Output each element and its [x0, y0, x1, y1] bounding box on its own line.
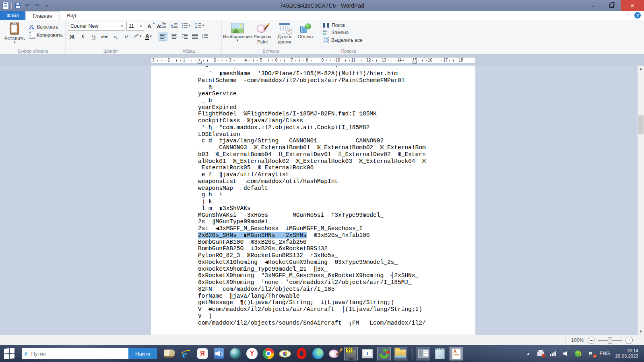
- document-line[interactable]: 6xRocketX9homing_Type99model_2s ‖3x_: [198, 266, 426, 273]
- document-line[interactable]: V ): [198, 313, 426, 320]
- select-all-button[interactable]: Выделить все: [323, 37, 363, 43]
- antivirus-icon[interactable]: [574, 350, 582, 357]
- document-line[interactable]: BombGunFAB250 ⊥3xB20s_6xRocketBRS132: [198, 245, 426, 252]
- taskbar-paint-icon[interactable]: [328, 347, 341, 360]
- taskbar-chrome-icon[interactable]: [262, 347, 275, 360]
- line-spacing-button[interactable]: ▼: [195, 22, 205, 30]
- insert-object-button[interactable]: Объект: [295, 23, 316, 39]
- cut-button[interactable]: Вырезать: [29, 24, 63, 30]
- document-line[interactable]: yearService: [198, 90, 426, 97]
- scrollbar-thumb[interactable]: [638, 115, 644, 134]
- align-right-button[interactable]: [180, 32, 188, 40]
- document-line[interactable]: PaintScheme -com/maddox/il2/objects/air/…: [198, 77, 426, 84]
- document-line[interactable]: 6xRocketX9homing "3xMGFF_M_Geschoss_6xRo…: [198, 272, 426, 279]
- font-family-combo[interactable]: Courier New ▼: [68, 22, 125, 31]
- align-center-button[interactable]: [170, 32, 178, 40]
- find-button[interactable]: Поиск: [323, 23, 363, 28]
- taskbar-dictionary-book-icon[interactable]: [163, 347, 176, 360]
- font-color-button[interactable]: A▼: [145, 33, 153, 41]
- document-line[interactable]: weaponsMap default: [198, 185, 426, 192]
- left-indent-marker[interactable]: [198, 61, 201, 63]
- tray-expand-icon[interactable]: ▲: [524, 350, 532, 357]
- document-page[interactable]: - ` . _ ¯ · _ ` ▮meshName '3DO/Plane/I-1…: [151, 66, 475, 335]
- document-line[interactable]: c d †java/lang/String _CANNON01 _CANNON0…: [198, 138, 426, 144]
- help-icon[interactable]: ?: [634, 12, 641, 19]
- list-button[interactable]: ▼: [182, 22, 191, 30]
- search-submit-button[interactable]: Найти: [128, 348, 157, 359]
- document-line[interactable]: weaponsList →com/maddox/util/HashMapInt: [198, 178, 426, 185]
- taskbar-internet-explorer-icon[interactable]: e: [179, 347, 193, 360]
- document-line[interactable]: j k: [198, 198, 426, 205]
- taskbar-caterpillar-app-icon[interactable]: [377, 347, 391, 360]
- italic-button[interactable]: К: [79, 33, 87, 41]
- document-line[interactable]: g h i: [198, 191, 426, 198]
- taskbar-teal-app-icon[interactable]: [229, 347, 242, 360]
- taskbar-screen-99-icon[interactable]: 99: [344, 347, 358, 360]
- zoom-out-button[interactable]: –: [588, 337, 595, 344]
- align-left-button[interactable]: [159, 32, 167, 41]
- tab-file[interactable]: Файл: [0, 11, 25, 20]
- replace-button[interactable]: abac Замена: [323, 30, 363, 35]
- taskbar-notepad-icon[interactable]: [433, 347, 447, 360]
- zoom-in-button[interactable]: +: [625, 337, 633, 344]
- paste-button[interactable]: Вставить ▼: [3, 23, 26, 44]
- document-line[interactable]: _ ` ▮meshName '3DO/Plane/I-185(M-82A)(Mu…: [198, 70, 426, 77]
- taskbar-edge-icon[interactable]: [311, 347, 325, 360]
- restore-button[interactable]: [602, 0, 621, 11]
- close-button[interactable]: ✕: [621, 0, 644, 11]
- document-line[interactable]: FlightModel %FlightModels/I-185MJ-82FN.f…: [198, 111, 426, 117]
- minimize-button[interactable]: –: [584, 0, 602, 11]
- first-line-indent-marker[interactable]: [198, 57, 202, 60]
- document-line[interactable]: ' ђ *com.maddox.il2.objects.air.CockpitI…: [198, 124, 426, 131]
- action-center-flag-icon[interactable]: ⚑: [587, 350, 594, 357]
- right-indent-marker[interactable]: [413, 61, 416, 63]
- network-signal-icon[interactable]: [549, 350, 557, 357]
- document-line[interactable]: yearExpired: [198, 104, 426, 111]
- taskbar-yandex-search-icon[interactable]: Я: [196, 347, 209, 360]
- collapse-ribbon-icon[interactable]: ⌃: [626, 13, 630, 18]
- superscript-button[interactable]: x²: [122, 33, 130, 41]
- document-line[interactable]: cockpitClass Жjava/lang/Class: [198, 117, 426, 124]
- start-button[interactable]: [0, 345, 19, 362]
- font-size-combo[interactable]: 11 ▼: [126, 22, 144, 31]
- taskbar-search-input[interactable]: e Путин: [22, 348, 128, 359]
- copy-button[interactable]: Копировать: [29, 32, 63, 39]
- scroll-up-icon[interactable]: ▲: [638, 66, 644, 72]
- document-line[interactable]: 2s ‖MGunType99model_: [198, 218, 426, 225]
- document-line[interactable]: - ` . _ ¯ ·: [198, 66, 426, 70]
- document-line[interactable]: 2xB20s_SHNs ▮MGunSHNs -2xSHNs Ж3xB20s_4x…: [198, 232, 426, 239]
- bold-button[interactable]: Ж: [68, 33, 76, 41]
- taskbar-eye-app-icon[interactable]: [278, 347, 292, 360]
- printer-status-icon[interactable]: [537, 350, 544, 357]
- document-line[interactable]: V #com/maddox/il2/objects/air/Aircraft ┤…: [198, 306, 426, 313]
- document-line[interactable]: _CANNON03 Ж_ExternalBomb01 Ж_ExternalBom…: [198, 144, 426, 151]
- grow-font-button[interactable]: A▲: [145, 22, 153, 30]
- document-line[interactable]: l m ▮3xShVAKs: [198, 205, 426, 212]
- document-text[interactable]: - ` . _ ¯ · _ ` ▮meshName '3DO/Plane/I-1…: [198, 66, 426, 326]
- strikethrough-button[interactable]: abe: [101, 33, 109, 41]
- taskbar-window-preview-icon[interactable]: [417, 347, 430, 360]
- document-line[interactable]: b03 Ж_ExternalBomb04 ﬂ_ExternalDev01 ﬂ_E…: [198, 151, 426, 158]
- taskbar-wordpad-icon[interactable]: A: [450, 347, 463, 360]
- document-line[interactable]: 6xRocketX10homing ◀RocketGunX9homing 03x…: [198, 259, 426, 266]
- zoom-slider-thumb[interactable]: [608, 337, 612, 344]
- taskbar-perfmon-icon[interactable]: [361, 347, 374, 360]
- scroll-down-icon[interactable]: ▼: [638, 328, 644, 335]
- tab-view[interactable]: Вид: [60, 11, 83, 20]
- document-line[interactable]: BombGunFAB100 Ж3xB20s_2xfab250: [198, 239, 426, 246]
- taskbar-file-explorer-icon[interactable]: [394, 347, 407, 360]
- tray-volume-icon[interactable]: [562, 350, 569, 357]
- document-line[interactable]: e f ‖java/util/ArrayList: [198, 171, 426, 178]
- vertical-scrollbar[interactable]: ▲ ▼: [638, 66, 644, 335]
- taskbar-opera-icon[interactable]: [295, 347, 308, 360]
- justify-button[interactable]: [191, 32, 199, 40]
- document-line[interactable]: MGunShVAKsi -3xHo5s MGunHo5si †3xType99m…: [198, 212, 426, 219]
- document-line[interactable]: com/maddox/il2/objects/sounds/SndAircraf…: [198, 320, 426, 327]
- zoom-slider[interactable]: [598, 340, 622, 341]
- document-line[interactable]: PylonRO_82_3 ЖRocketGunBRS132 ↑3xHo5s_: [198, 252, 426, 259]
- decrease-indent-button[interactable]: [159, 22, 167, 30]
- paint-drawing-button[interactable]: РисунокPaint: [251, 23, 274, 45]
- document-line[interactable]: 82FN com/maddox/il2/objects/air/I_185: [198, 286, 426, 293]
- increase-indent-button[interactable]: [170, 22, 178, 30]
- insert-picture-button[interactable]: Изображение ▼: [224, 23, 251, 42]
